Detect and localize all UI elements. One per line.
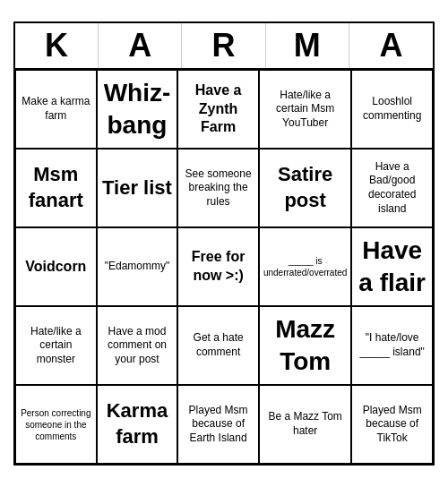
bingo-cell-7: See someone breaking the rules [177, 149, 259, 227]
bingo-grid: Make a karma farmWhiz-bangHave a Zynth F… [15, 70, 433, 464]
bingo-cell-5: Msm fanart [15, 149, 97, 227]
bingo-cell-24: Played Msm because of TikTok [351, 385, 433, 464]
bingo-cell-10: Voidcorn [15, 227, 97, 306]
bingo-cell-16: Have a mod comment on your post [97, 306, 178, 385]
header-letter-k-0: K [15, 23, 99, 68]
bingo-cell-4: Looshlol commenting [351, 70, 433, 149]
bingo-cell-21: Karma farm [97, 385, 178, 464]
bingo-cell-22: Played Msm because of Earth Island [177, 385, 259, 464]
bingo-cell-11: "Edamommy" [97, 227, 178, 306]
bingo-cell-3: Hate/like a certain Msm YouTuber [259, 70, 351, 149]
bingo-cell-18: Mazz Tom [259, 306, 351, 385]
bingo-cell-0: Make a karma farm [15, 70, 97, 149]
bingo-cell-9: Have a Bad/good decorated island [351, 149, 433, 227]
bingo-cell-14: Have a flair [351, 227, 433, 306]
bingo-cell-20: Person correcting someone in the comment… [15, 385, 97, 464]
bingo-cell-23: Be a Mazz Tom hater [259, 385, 351, 464]
bingo-cell-6: Tier list [97, 149, 178, 227]
bingo-cell-2: Have a Zynth Farm [177, 70, 259, 149]
bingo-cell-17: Get a hate comment [177, 306, 259, 385]
header-letter-a-4: A [349, 23, 433, 68]
bingo-cell-1: Whiz-bang [97, 70, 178, 149]
bingo-card: KARMA Make a karma farmWhiz-bangHave a Z… [13, 21, 435, 466]
bingo-cell-19: "I hate/love _____ island" [351, 306, 433, 385]
bingo-cell-8: Satire post [259, 149, 351, 227]
bingo-cell-15: Hate/like a certain monster [15, 306, 97, 385]
header-letter-a-1: A [99, 23, 182, 68]
bingo-header: KARMA [15, 23, 433, 70]
bingo-cell-12: Free for now >:) [177, 227, 259, 306]
header-letter-m-3: M [266, 23, 349, 68]
bingo-cell-13: _____ is underrated/overrated [259, 227, 351, 306]
header-letter-r-2: R [182, 23, 265, 68]
